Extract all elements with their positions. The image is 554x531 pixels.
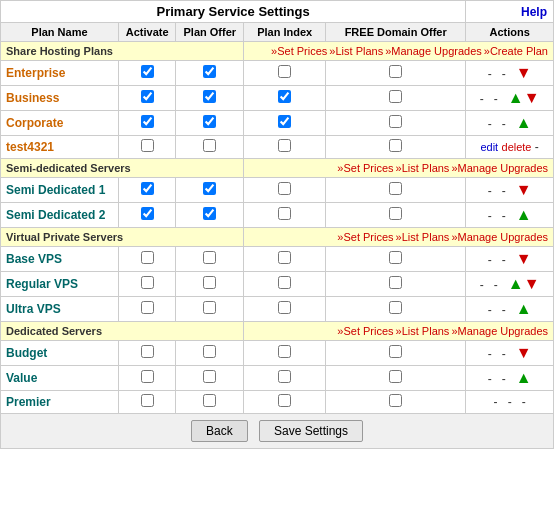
free-domain-checkbox[interactable] xyxy=(389,207,402,220)
dash: - xyxy=(488,209,492,223)
plan-offer-checkbox[interactable] xyxy=(203,115,216,128)
free-domain-checkbox[interactable] xyxy=(389,394,402,407)
plan-offer-checkbox[interactable] xyxy=(203,65,216,78)
section-link[interactable]: »Set Prices xyxy=(337,325,393,337)
plan-offer-checkbox[interactable] xyxy=(203,345,216,358)
activate-checkbox[interactable] xyxy=(141,394,154,407)
plan-offer-checkbox[interactable] xyxy=(203,90,216,103)
section-link[interactable]: »Manage Upgrades xyxy=(451,325,548,337)
arrow-up-icon[interactable]: ▲ xyxy=(508,275,524,292)
plan-offer-checkbox[interactable] xyxy=(203,370,216,383)
plan-name: Base VPS xyxy=(1,247,119,272)
save-settings-button[interactable]: Save Settings xyxy=(259,420,363,442)
free-domain-checkbox[interactable] xyxy=(389,301,402,314)
arrow-down-icon[interactable]: ▼ xyxy=(516,344,532,361)
section-row: Share Hosting Plans»Set Prices»List Plan… xyxy=(1,42,554,61)
dash: - xyxy=(488,67,492,81)
plan-name: Budget xyxy=(1,341,119,366)
dash: - xyxy=(494,395,498,409)
free-domain-checkbox[interactable] xyxy=(389,370,402,383)
plan-index-checkbox[interactable] xyxy=(278,370,291,383)
plan-index-checkbox[interactable] xyxy=(278,345,291,358)
arrow-down-icon[interactable]: ▼ xyxy=(524,275,540,292)
activate-checkbox[interactable] xyxy=(141,115,154,128)
section-link[interactable]: »List Plans xyxy=(396,162,450,174)
section-link[interactable]: »Create Plan xyxy=(484,45,548,57)
plan-index-checkbox[interactable] xyxy=(278,115,291,128)
arrow-down-icon[interactable]: ▼ xyxy=(516,250,532,267)
back-button[interactable]: Back xyxy=(191,420,248,442)
section-link[interactable]: »List Plans xyxy=(396,325,450,337)
free-domain-checkbox[interactable] xyxy=(389,345,402,358)
plan-name: Regular VPS xyxy=(1,272,119,297)
section-link[interactable]: »Set Prices xyxy=(271,45,327,57)
edit-link[interactable]: edit xyxy=(480,141,498,153)
activate-checkbox[interactable] xyxy=(141,207,154,220)
dash: - xyxy=(488,347,492,361)
plan-index-checkbox[interactable] xyxy=(278,207,291,220)
actions-cell: - - ▲ xyxy=(466,366,554,391)
plan-offer-checkbox[interactable] xyxy=(203,139,216,152)
section-links: »Set Prices»List Plans»Manage Upgrades xyxy=(244,228,554,247)
plan-index-checkbox[interactable] xyxy=(278,182,291,195)
col-plan-offer: Plan Offer xyxy=(176,23,244,42)
section-link[interactable]: »Set Prices xyxy=(337,231,393,243)
free-domain-checkbox[interactable] xyxy=(389,276,402,289)
arrow-down-icon[interactable]: ▼ xyxy=(516,181,532,198)
plan-offer-checkbox[interactable] xyxy=(203,301,216,314)
section-name: Share Hosting Plans xyxy=(1,42,244,61)
activate-checkbox[interactable] xyxy=(141,345,154,358)
activate-checkbox[interactable] xyxy=(141,182,154,195)
arrow-down-icon[interactable]: ▼ xyxy=(524,89,540,106)
arrow-up-icon[interactable]: ▲ xyxy=(516,114,532,131)
activate-checkbox[interactable] xyxy=(141,90,154,103)
dash: - xyxy=(502,117,506,131)
free-domain-checkbox[interactable] xyxy=(389,251,402,264)
activate-checkbox[interactable] xyxy=(141,370,154,383)
section-link[interactable]: »Manage Upgrades xyxy=(385,45,482,57)
activate-checkbox[interactable] xyxy=(141,251,154,264)
activate-checkbox[interactable] xyxy=(141,276,154,289)
dash: - xyxy=(494,278,498,292)
free-domain-checkbox[interactable] xyxy=(389,139,402,152)
plan-index-checkbox[interactable] xyxy=(278,90,291,103)
free-domain-checkbox[interactable] xyxy=(389,182,402,195)
arrow-up-icon[interactable]: ▲ xyxy=(516,369,532,386)
plan-name: Corporate xyxy=(1,111,119,136)
arrow-up-icon[interactable]: ▲ xyxy=(516,300,532,317)
free-domain-checkbox[interactable] xyxy=(389,90,402,103)
plan-index-checkbox[interactable] xyxy=(278,276,291,289)
arrow-up-icon[interactable]: ▲ xyxy=(516,206,532,223)
arrow-up-icon[interactable]: ▲ xyxy=(508,89,524,106)
plan-offer-checkbox[interactable] xyxy=(203,276,216,289)
section-link[interactable]: »List Plans xyxy=(329,45,383,57)
activate-checkbox[interactable] xyxy=(141,65,154,78)
plan-index-checkbox[interactable] xyxy=(278,301,291,314)
section-link[interactable]: »Manage Upgrades xyxy=(451,162,548,174)
plan-offer-checkbox[interactable] xyxy=(203,394,216,407)
delete-link[interactable]: delete xyxy=(502,141,532,153)
activate-checkbox[interactable] xyxy=(141,139,154,152)
plan-offer-checkbox[interactable] xyxy=(203,182,216,195)
help-link[interactable]: Help xyxy=(521,5,547,19)
section-link[interactable]: »Set Prices xyxy=(337,162,393,174)
free-domain-checkbox[interactable] xyxy=(389,115,402,128)
plan-offer-checkbox[interactable] xyxy=(203,207,216,220)
arrow-down-icon[interactable]: ▼ xyxy=(516,64,532,81)
dash: - xyxy=(494,92,498,106)
table-row: Value- - ▲ xyxy=(1,366,554,391)
section-name: Virtual Private Servers xyxy=(1,228,244,247)
section-link[interactable]: »Manage Upgrades xyxy=(451,231,548,243)
plan-offer-checkbox[interactable] xyxy=(203,251,216,264)
section-links: »Set Prices»List Plans»Manage Upgrades xyxy=(244,159,554,178)
section-link[interactable]: »List Plans xyxy=(396,231,450,243)
actions-cell: - - ▼ xyxy=(466,61,554,86)
plan-index-checkbox[interactable] xyxy=(278,394,291,407)
activate-checkbox[interactable] xyxy=(141,301,154,314)
table-row: test4321edit delete - xyxy=(1,136,554,159)
free-domain-checkbox[interactable] xyxy=(389,65,402,78)
dash: - xyxy=(488,184,492,198)
plan-index-checkbox[interactable] xyxy=(278,251,291,264)
plan-index-checkbox[interactable] xyxy=(278,65,291,78)
plan-index-checkbox[interactable] xyxy=(278,139,291,152)
